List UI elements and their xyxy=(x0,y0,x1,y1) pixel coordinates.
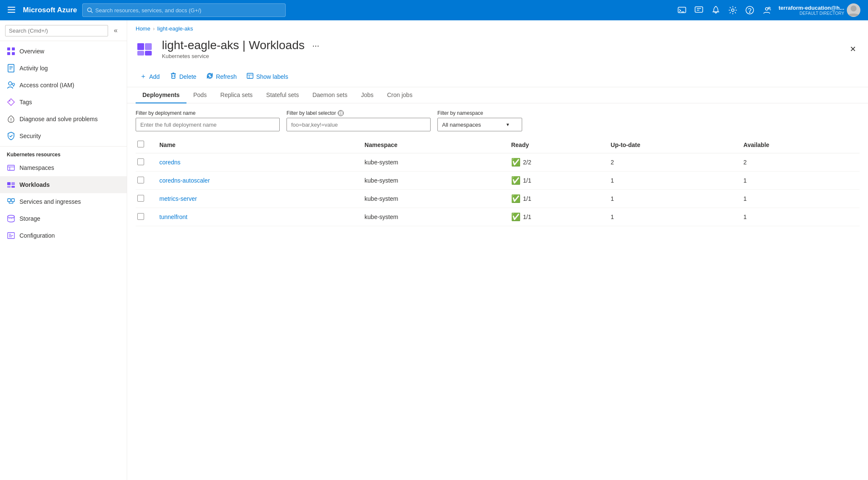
row-checkbox-0[interactable] xyxy=(137,158,144,165)
deployment-link-1[interactable]: coredns-autoscaler xyxy=(159,177,210,184)
sidebar-item-overview[interactable]: Overview xyxy=(0,43,127,60)
col-ready: Ready xyxy=(508,136,607,153)
select-all-checkbox[interactable] xyxy=(137,141,144,147)
col-up-to-date: Up-to-date xyxy=(607,136,740,153)
svg-rect-51 xyxy=(145,43,152,50)
svg-rect-50 xyxy=(137,43,144,50)
filter-namespace-dropdown[interactable]: All namespaces ▾ xyxy=(437,118,522,131)
filter-label-selector-input[interactable] xyxy=(287,118,431,131)
sidebar-item-services[interactable]: Services and ingresses xyxy=(0,193,127,210)
sidebar: « Overview xyxy=(0,20,127,480)
tab-deployments[interactable]: Deployments xyxy=(136,87,186,103)
page-header-title-block: light-eagle-aks | Workloads ··· Kubernet… xyxy=(162,39,840,59)
show-labels-label: Show labels xyxy=(256,73,288,80)
help-icon[interactable] xyxy=(742,3,757,18)
add-label: Add xyxy=(149,73,160,80)
deployment-link-3[interactable]: tunnelfront xyxy=(159,214,187,220)
sidebar-item-configuration-label: Configuration xyxy=(19,232,55,239)
row-up-to-date-2: 1 xyxy=(607,190,740,208)
sidebar-item-storage[interactable]: Storage xyxy=(0,210,127,227)
global-search[interactable] xyxy=(82,3,286,17)
hamburger-menu[interactable] xyxy=(5,4,18,17)
content-area: Home › light-eagle-aks light-eagle-aks xyxy=(127,20,868,480)
ready-icon-1: ✅ xyxy=(511,176,520,185)
filter-namespace-label: Filter by namespace xyxy=(437,110,522,116)
sidebar-item-iam[interactable]: Access control (IAM) xyxy=(0,77,127,94)
refresh-button[interactable]: Refresh xyxy=(202,70,241,83)
row-checkbox-cell[interactable] xyxy=(136,190,156,208)
svg-point-43 xyxy=(8,215,14,218)
security-icon xyxy=(7,132,15,140)
breadcrumb-resource[interactable]: light-eagle-aks xyxy=(157,25,193,32)
add-button[interactable]: ＋ Add xyxy=(136,69,164,83)
svg-rect-59 xyxy=(247,73,253,78)
user-menu[interactable]: terraform-education@h... DEFAULT DIRECTO… xyxy=(776,3,863,17)
deployment-link-2[interactable]: metrics-server xyxy=(159,195,197,202)
row-name-0: coredns xyxy=(156,153,361,172)
tab-jobs[interactable]: Jobs xyxy=(354,87,381,103)
cloud-shell-icon[interactable] xyxy=(674,3,690,18)
row-checkbox-1[interactable] xyxy=(137,177,144,183)
filter-deployment-input[interactable] xyxy=(136,118,280,131)
ready-icon-0: ✅ xyxy=(511,158,520,167)
search-input[interactable] xyxy=(95,7,281,14)
col-name: Name xyxy=(156,136,361,153)
ready-icon-3: ✅ xyxy=(511,212,520,222)
more-options-button[interactable]: ··· xyxy=(312,41,320,50)
tab-cron-jobs[interactable]: Cron jobs xyxy=(380,87,419,103)
sidebar-item-configuration[interactable]: Configuration xyxy=(0,227,127,244)
notifications-icon[interactable] xyxy=(708,3,723,18)
avatar[interactable] xyxy=(847,3,860,17)
row-ready-3: ✅ 1/1 xyxy=(508,208,607,226)
namespaces-icon xyxy=(7,164,15,172)
breadcrumb-separator: › xyxy=(153,25,155,32)
delete-button[interactable]: Delete xyxy=(166,70,200,83)
chevron-down-icon: ▾ xyxy=(506,122,509,128)
sidebar-item-diagnose[interactable]: Diagnose and solve problems xyxy=(0,111,127,128)
user-directory: DEFAULT DIRECTORY xyxy=(779,11,844,16)
tab-stateful-sets[interactable]: Stateful sets xyxy=(259,87,306,103)
feedback-icon[interactable] xyxy=(691,3,707,18)
deployment-link-0[interactable]: coredns xyxy=(159,159,181,166)
tab-pods[interactable]: Pods xyxy=(186,87,214,103)
svg-rect-2 xyxy=(8,12,15,13)
filter-label-selector-label: Filter by label selector ⓘ xyxy=(287,110,431,116)
brand-name: Microsoft Azure xyxy=(23,6,77,14)
row-checkbox-cell[interactable] xyxy=(136,172,156,190)
sidebar-collapse-button[interactable]: « xyxy=(110,25,122,36)
sidebar-item-workloads-label: Workloads xyxy=(19,181,50,188)
sidebar-nav: Overview Activity log xyxy=(0,41,127,480)
sidebar-item-activity-log[interactable]: Activity log xyxy=(0,60,127,77)
refresh-icon xyxy=(206,72,213,81)
top-navigation: Microsoft Azure xyxy=(0,0,868,20)
sidebar-item-workloads[interactable]: Workloads xyxy=(0,176,127,193)
filter-namespace-value: All namespaces xyxy=(442,122,481,128)
settings-icon[interactable] xyxy=(725,3,740,18)
directory-icon[interactable] xyxy=(759,3,774,18)
sidebar-item-security[interactable]: Security xyxy=(0,128,127,144)
configuration-icon xyxy=(7,231,15,240)
row-checkbox-2[interactable] xyxy=(137,195,144,202)
table-row: metrics-server kube-system ✅ 1/1 1 1 xyxy=(136,190,860,208)
svg-rect-18 xyxy=(12,47,15,50)
row-namespace-0: kube-system xyxy=(361,153,508,172)
row-checkbox-cell[interactable] xyxy=(136,153,156,172)
activity-icon xyxy=(7,64,15,72)
show-labels-button[interactable]: Show labels xyxy=(242,70,292,83)
sidebar-item-namespaces[interactable]: Namespaces xyxy=(0,159,127,176)
row-ready-1: ✅ 1/1 xyxy=(508,172,607,190)
select-all-header[interactable] xyxy=(136,136,156,153)
row-checkbox-3[interactable] xyxy=(137,213,144,220)
svg-rect-34 xyxy=(7,182,11,185)
sidebar-item-tags[interactable]: Tags xyxy=(0,94,127,111)
svg-rect-17 xyxy=(7,47,10,50)
user-info: terraform-education@h... DEFAULT DIRECTO… xyxy=(779,5,844,16)
sidebar-search-input[interactable] xyxy=(5,25,108,36)
close-button[interactable]: ✕ xyxy=(846,42,860,56)
row-checkbox-cell[interactable] xyxy=(136,208,156,226)
svg-rect-54 xyxy=(172,74,175,78)
breadcrumb-home[interactable]: Home xyxy=(136,25,150,32)
filters-row: Filter by deployment name Filter by labe… xyxy=(127,103,868,136)
tab-replica-sets[interactable]: Replica sets xyxy=(214,87,259,103)
tab-daemon-sets[interactable]: Daemon sets xyxy=(306,87,354,103)
